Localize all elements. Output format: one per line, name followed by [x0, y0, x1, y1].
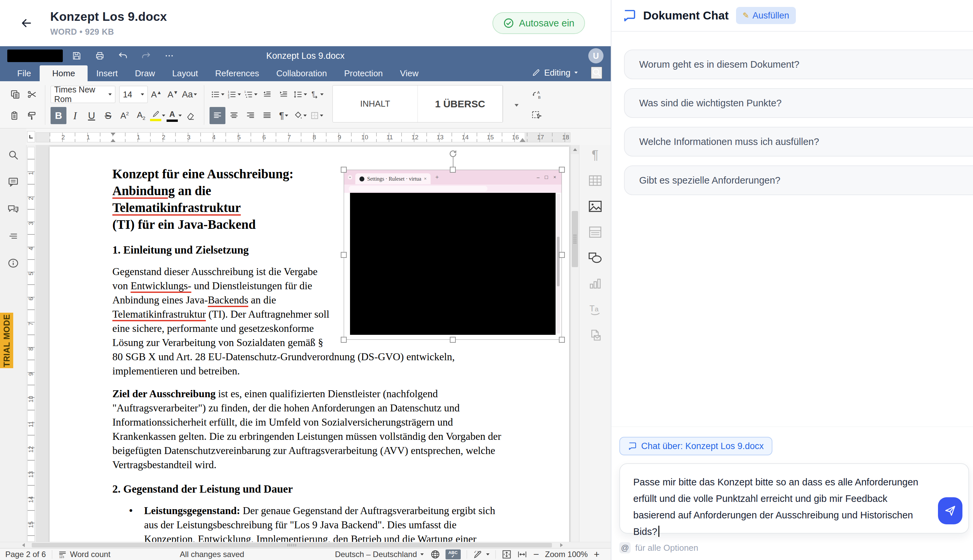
tab-stop-selector[interactable] — [27, 128, 36, 145]
header-footer-settings-button[interactable] — [588, 225, 603, 239]
scroll-right-button[interactable] — [557, 542, 566, 548]
set-language-button[interactable] — [430, 550, 440, 559]
font-color-button[interactable]: A — [166, 107, 182, 124]
shading-button[interactable] — [292, 107, 308, 124]
paste-button[interactable] — [7, 107, 23, 124]
suggestion-bubble[interactable]: Was sind die wichtigsten Punkte? — [624, 88, 973, 118]
replace-button[interactable]: AB — [529, 87, 545, 104]
strikethrough-button[interactable]: S — [100, 107, 116, 124]
align-right-button[interactable] — [242, 107, 259, 124]
menu-tab[interactable]: File — [8, 65, 40, 81]
left-indent-marker[interactable] — [110, 136, 116, 142]
vertical-ruler[interactable]: 123456789101112131415 — [27, 145, 36, 542]
menu-tab[interactable]: Protection — [336, 65, 391, 81]
resize-handle-s[interactable] — [450, 337, 456, 343]
track-changes-button[interactable]: ✓× — [473, 550, 490, 559]
editing-mode-button[interactable]: Editing — [532, 68, 578, 78]
menu-tab[interactable]: View — [391, 65, 427, 81]
print-button[interactable] — [90, 48, 109, 63]
decrease-font-button[interactable]: A▼ — [165, 86, 181, 103]
horizontal-ruler[interactable]: 21123456789101112131415161718 — [36, 132, 570, 142]
resize-handle-se[interactable] — [559, 337, 565, 343]
comments-button[interactable] — [6, 175, 21, 188]
navigation-headings-button[interactable] — [6, 230, 21, 243]
page-indicator[interactable]: Page 2 of 6 — [5, 550, 46, 559]
font-name-select[interactable]: Times New Rom — [50, 86, 115, 103]
highlight-color-button[interactable] — [150, 107, 166, 124]
find-button[interactable] — [6, 148, 21, 162]
copy-button[interactable] — [7, 86, 23, 103]
resize-handle-e[interactable] — [559, 252, 565, 258]
menu-tab[interactable]: Draw — [126, 65, 164, 81]
select-tool-button[interactable] — [529, 106, 545, 123]
format-painter-button[interactable] — [24, 107, 40, 124]
suggestion-bubble[interactable]: Worum geht es in diesem Dokument? — [624, 50, 973, 79]
vertical-scroll-thumb[interactable] — [572, 211, 578, 267]
back-button[interactable] — [17, 14, 36, 32]
undo-button[interactable] — [114, 48, 132, 63]
search-button[interactable] — [591, 67, 602, 79]
fill-document-button[interactable]: ✎ Ausfüllen — [736, 7, 796, 24]
scroll-up-button[interactable] — [571, 145, 579, 154]
bullet-list-button[interactable] — [209, 86, 226, 103]
paragraph-direction-button[interactable]: ¶ — [309, 86, 324, 103]
menu-tab[interactable]: References — [207, 65, 268, 81]
increase-indent-button[interactable] — [276, 86, 291, 103]
italic-button[interactable]: I — [67, 107, 83, 124]
image-settings-button[interactable] — [588, 200, 603, 213]
fit-width-button[interactable] — [517, 550, 527, 559]
multilevel-list-button[interactable]: 1 — [242, 86, 259, 103]
suggestion-bubble[interactable]: Gibt es spezielle Anforderungen? — [624, 165, 973, 195]
menu-tab[interactable]: Collaboration — [268, 65, 336, 81]
autosave-badge[interactable]: Autosave ein — [492, 12, 585, 34]
language-select[interactable]: Deutsch – Deutschland — [335, 550, 423, 559]
resize-handle-n[interactable] — [450, 167, 456, 173]
font-size-select[interactable]: 14 — [119, 86, 148, 103]
underline-button[interactable]: U — [84, 107, 99, 124]
style-preset[interactable]: 1 ÜBERSC — [418, 85, 503, 122]
change-case-button[interactable]: Aa — [181, 86, 197, 103]
menu-tab[interactable]: Layout — [164, 65, 207, 81]
zoom-out-button[interactable]: − — [533, 549, 539, 560]
chat-context-chip[interactable]: Chat über: Konzept Los 9.docx — [619, 437, 772, 455]
superscript-button[interactable]: A2 — [117, 107, 132, 124]
menu-tab[interactable]: Insert — [88, 65, 126, 81]
document-page[interactable]: Settings · Ruleset · virtua × + – □ × — [50, 147, 569, 542]
chat-button[interactable] — [6, 202, 21, 216]
align-center-button[interactable] — [226, 107, 242, 124]
horizontal-scrollbar[interactable] — [0, 542, 611, 548]
about-button[interactable] — [6, 257, 21, 270]
decrease-indent-button[interactable] — [259, 86, 275, 103]
numbered-list-button[interactable]: 123 — [226, 86, 242, 103]
vertical-scrollbar[interactable] — [570, 145, 579, 542]
clear-style-button[interactable] — [183, 107, 199, 124]
resize-handle-nw[interactable] — [341, 167, 347, 173]
mail-merge-settings-button[interactable] — [588, 328, 603, 342]
user-avatar[interactable]: U — [588, 48, 604, 63]
text-art-settings-button[interactable]: Ta — [588, 303, 603, 316]
chart-settings-button[interactable] — [588, 277, 603, 290]
subscript-button[interactable]: A2 — [133, 107, 149, 124]
suggestion-bubble[interactable]: Welche Informationen muss ich ausfüllen? — [624, 127, 973, 157]
bold-button[interactable]: B — [50, 107, 67, 124]
resize-handle-w[interactable] — [341, 252, 347, 258]
chat-input[interactable]: Passe mir bitte das Konzept bitte so an … — [633, 474, 929, 540]
cut-button[interactable] — [24, 86, 40, 103]
shape-settings-button[interactable] — [588, 251, 603, 265]
horizontal-scroll-thumb[interactable] — [32, 543, 552, 547]
align-left-button[interactable] — [209, 107, 226, 124]
style-preset[interactable]: INHALT — [333, 85, 418, 122]
resize-handle-sw[interactable] — [341, 337, 347, 343]
right-indent-marker[interactable] — [520, 135, 525, 142]
table-settings-button[interactable] — [588, 174, 603, 187]
rotate-handle[interactable] — [448, 149, 457, 158]
styles-gallery-expand[interactable] — [507, 84, 527, 126]
save-button[interactable] — [67, 48, 86, 63]
scroll-left-button[interactable] — [19, 542, 28, 548]
embedded-screenshot[interactable]: Settings · Ruleset · virtua × + – □ × — [344, 170, 562, 340]
more-options-button[interactable] — [160, 48, 179, 63]
increase-font-button[interactable]: A▲ — [149, 86, 164, 103]
send-button[interactable] — [938, 497, 963, 524]
menu-tab[interactable]: Home — [40, 65, 88, 81]
fit-page-button[interactable] — [502, 550, 512, 559]
